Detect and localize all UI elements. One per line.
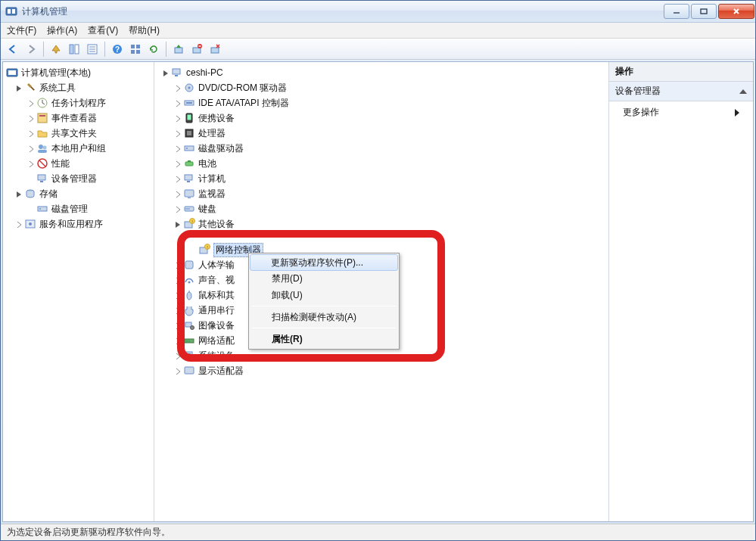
svg-rect-51 <box>187 131 191 135</box>
tree-node-task-scheduler[interactable]: 任务计划程序 <box>3 95 154 110</box>
actions-more[interactable]: 更多操作 <box>609 101 753 123</box>
context-menu-disable[interactable]: 禁用(D) <box>250 270 397 287</box>
refresh-button[interactable] <box>145 41 162 58</box>
show-hide-tree-button[interactable] <box>66 41 82 58</box>
svg-rect-52 <box>185 146 194 151</box>
tree-node-performance[interactable]: 性能 <box>3 156 154 171</box>
collapse-icon[interactable] <box>14 191 24 197</box>
device-category[interactable]: 显示适配器 <box>154 363 608 378</box>
context-menu: 更新驱动程序软件(P)... 禁用(D) 卸载(U) 扫描检测硬件改动(A) 属… <box>248 253 400 350</box>
tree-node-shared-folders[interactable]: 共享文件夹 <box>3 126 154 141</box>
computer-management-icon <box>6 67 18 79</box>
svg-rect-81 <box>185 367 194 374</box>
expand-icon[interactable] <box>26 115 36 122</box>
expand-icon[interactable] <box>26 130 36 137</box>
device-category[interactable]: 监视器 <box>154 186 608 201</box>
forward-button[interactable] <box>23 41 39 58</box>
tree-root-computer-management[interactable]: 计算机管理(本地) <box>3 65 154 80</box>
menubar: 文件(F) 操作(A) 查看(V) 帮助(H) <box>1 23 755 39</box>
device-category[interactable]: IDE ATA/ATAPI 控制器 <box>154 95 608 110</box>
svg-rect-70 <box>185 261 193 269</box>
expand-icon[interactable] <box>173 160 183 167</box>
context-menu-uninstall[interactable]: 卸载(U) <box>250 287 397 303</box>
expand-icon[interactable] <box>173 115 183 122</box>
tree-node-disk-management[interactable]: 磁盘管理 <box>3 201 154 216</box>
tree-node-system-tools[interactable]: 系统工具 <box>3 80 154 95</box>
svg-point-45 <box>188 87 191 89</box>
device-category[interactable]: 计算机 <box>154 171 608 186</box>
tree-label: 声音、视 <box>198 274 235 287</box>
expand-icon[interactable] <box>173 307 183 314</box>
expand-icon[interactable] <box>173 191 183 197</box>
view-mode-button[interactable] <box>127 41 144 58</box>
expand-icon[interactable] <box>173 368 183 375</box>
expand-icon[interactable] <box>173 130 183 137</box>
expand-icon[interactable] <box>173 353 183 359</box>
expand-icon[interactable] <box>173 100 183 107</box>
expand-icon[interactable] <box>173 176 183 182</box>
properties-button[interactable] <box>84 41 101 58</box>
collapse-icon[interactable] <box>173 221 183 228</box>
device-category[interactable]: 电池 <box>154 156 608 171</box>
update-driver-button[interactable] <box>170 41 187 58</box>
context-menu-scan[interactable]: 扫描检测硬件改动(A) <box>250 309 397 325</box>
tree-node-storage[interactable]: 存储 <box>3 186 154 201</box>
svg-rect-32 <box>38 150 47 153</box>
back-button[interactable] <box>5 41 21 58</box>
svg-rect-18 <box>136 50 140 54</box>
expand-icon[interactable] <box>26 160 36 167</box>
uninstall-button[interactable] <box>207 41 223 58</box>
collapse-icon[interactable] <box>14 85 24 92</box>
tree-node-local-users[interactable]: 本地用户和组 <box>3 141 154 156</box>
menu-file[interactable]: 文件(F) <box>7 24 36 37</box>
expand-icon[interactable] <box>173 262 183 269</box>
device-category-icon <box>183 334 195 347</box>
tree-label: 事件查看器 <box>51 112 97 125</box>
device-category[interactable]: 处理器 <box>154 126 608 141</box>
client-area: 计算机管理(本地) 系统工具 任务计划程序 事件查看器 <box>2 61 754 522</box>
disable-button[interactable] <box>188 41 205 58</box>
close-button[interactable] <box>718 4 754 19</box>
maximize-button[interactable] <box>691 4 717 19</box>
console-tree: 计算机管理(本地) 系统工具 任务计划程序 事件查看器 <box>3 62 154 235</box>
tree-node-services-apps[interactable]: 服务和应用程序 <box>3 216 154 232</box>
tree-label: 键盘 <box>198 203 216 216</box>
svg-rect-15 <box>131 45 135 48</box>
expand-icon[interactable] <box>26 145 36 152</box>
svg-rect-57 <box>187 181 190 182</box>
device-category[interactable]: 键盘 <box>154 201 608 216</box>
menu-help[interactable]: 帮助(H) <box>129 24 160 37</box>
tree-node-event-viewer[interactable]: 事件查看器 <box>3 110 154 126</box>
expand-icon[interactable] <box>173 206 183 213</box>
expand-icon[interactable] <box>173 337 183 344</box>
performance-icon <box>36 157 48 169</box>
collapse-icon[interactable] <box>160 70 171 76</box>
expand-icon[interactable] <box>173 145 183 152</box>
device-category[interactable]: DVD/CD-ROM 驱动器 <box>154 80 608 95</box>
minimize-button[interactable] <box>664 4 689 19</box>
menu-action[interactable]: 操作(A) <box>47 24 77 37</box>
expand-icon[interactable] <box>173 85 183 92</box>
context-menu-properties[interactable]: 属性(R) <box>250 331 397 347</box>
context-menu-update-driver[interactable]: 更新驱动程序软件(P)... <box>250 254 398 271</box>
device-root[interactable]: ceshi-PC <box>154 65 608 80</box>
svg-rect-2 <box>12 9 15 14</box>
disk-icon <box>36 203 48 215</box>
device-category[interactable]: 系统设备 <box>154 348 608 363</box>
expand-icon[interactable] <box>173 292 183 299</box>
actions-section[interactable]: 设备管理器 <box>609 82 753 101</box>
expand-icon[interactable] <box>14 221 24 228</box>
up-button[interactable] <box>48 41 64 58</box>
actions-more-label: 更多操作 <box>623 106 659 119</box>
device-category[interactable]: 便携设备 <box>154 110 608 126</box>
help-button[interactable]: ? <box>109 41 126 58</box>
expand-icon[interactable] <box>26 100 36 107</box>
menu-view[interactable]: 查看(V) <box>88 24 118 37</box>
expand-icon[interactable] <box>173 277 183 284</box>
device-category-other[interactable]: ! 其他设备 <box>154 216 608 232</box>
device-category[interactable]: 磁盘驱动器 <box>154 141 608 156</box>
tree-node-device-manager[interactable]: 设备管理器 <box>3 171 154 186</box>
svg-point-31 <box>43 146 47 150</box>
toolbar-separator <box>104 42 105 57</box>
expand-icon[interactable] <box>173 322 183 329</box>
